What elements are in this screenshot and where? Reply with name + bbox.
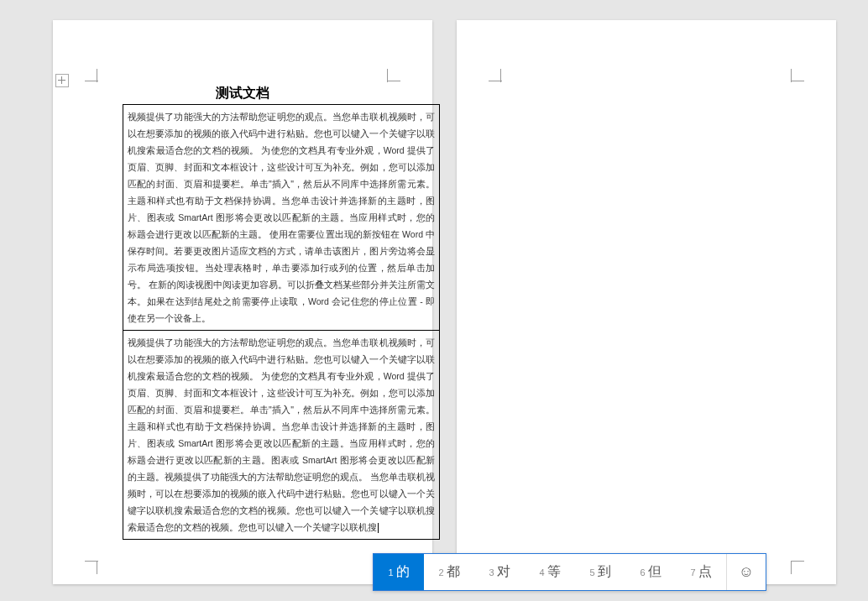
page-2[interactable]	[457, 20, 836, 584]
ime-candidate-4[interactable]: 4等	[525, 554, 575, 590]
crop-mark-bl	[85, 561, 98, 574]
table-row[interactable]: 视频提供了功能强大的方法帮助您证明您的观点。当您单击联机视频时，可以在想要添加的…	[123, 331, 440, 540]
ime-candidate-1[interactable]: 1的	[374, 554, 424, 590]
crop-mark-tr	[791, 69, 804, 82]
crop-mark-br	[791, 561, 804, 574]
table-cell-2[interactable]: 视频提供了功能强大的方法帮助您证明您的观点。当您单击联机视频时，可以在想要添加的…	[123, 331, 440, 540]
table-cell-1[interactable]: 视频提供了功能强大的方法帮助您证明您的观点。当您单击联机视频时，可以在想要添加的…	[123, 105, 440, 331]
page-1[interactable]: 测试文档 视频提供了功能强大的方法帮助您证明您的观点。当您单击联机视频时，可以在…	[53, 20, 432, 584]
ime-emoji-button[interactable]: ☺	[726, 554, 766, 590]
crop-mark-tl	[489, 69, 502, 82]
ime-candidate-3[interactable]: 3对	[474, 554, 525, 590]
content-table[interactable]: 视频提供了功能强大的方法帮助您证明您的观点。当您单击联机视频时，可以在想要添加的…	[123, 104, 440, 540]
document-canvas: 测试文档 视频提供了功能强大的方法帮助您证明您的观点。当您单击联机视频时，可以在…	[0, 0, 868, 601]
ime-candidate-2[interactable]: 2都	[424, 554, 474, 590]
table-row[interactable]: 视频提供了功能强大的方法帮助您证明您的观点。当您单击联机视频时，可以在想要添加的…	[123, 105, 440, 331]
crop-mark-tl	[85, 69, 98, 82]
document-title[interactable]: 测试文档	[53, 85, 432, 102]
table-move-handle[interactable]	[55, 74, 69, 87]
ime-candidate-bar[interactable]: 1的 2都 3对 4等 5到 6但 7点 ☺	[373, 553, 766, 591]
text-cursor	[378, 523, 379, 533]
crop-mark-tr	[387, 69, 400, 82]
ime-candidate-6[interactable]: 6但	[625, 554, 676, 590]
ime-candidate-7[interactable]: 7点	[676, 554, 726, 590]
ime-candidate-5[interactable]: 5到	[575, 554, 625, 590]
